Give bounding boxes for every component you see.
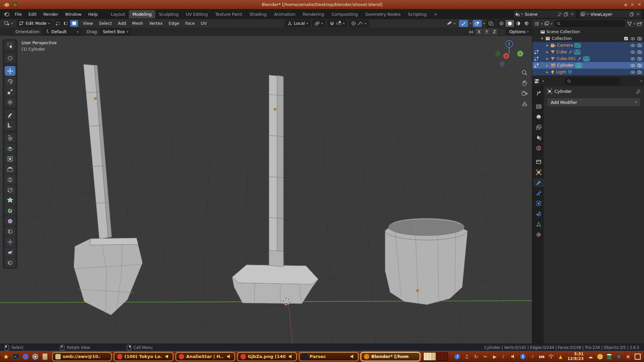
workspace-tab[interactable]: + — [430, 10, 441, 18]
tool-move[interactable] — [5, 66, 15, 76]
remove-viewlayer-icon[interactable]: ✕ — [636, 12, 640, 16]
filter-icon[interactable] — [627, 21, 632, 26]
viewport-menu[interactable]: Vertex — [146, 20, 166, 27]
outliner-row-cube[interactable]: ▶ Cube — [532, 49, 644, 55]
vertex-select-button[interactable] — [54, 20, 62, 27]
workspace-tab[interactable]: Texture Paint — [211, 10, 246, 18]
viewport-menu[interactable]: Mesh — [129, 20, 146, 27]
update-tray-icon[interactable]: ↻ — [473, 353, 479, 360]
tool-add-cube[interactable] — [5, 133, 15, 143]
mirror-axis-button[interactable]: Y — [483, 28, 490, 35]
xray-toggle[interactable] — [486, 20, 495, 27]
tool-poly-build[interactable] — [5, 195, 15, 205]
outliner-editor-icon[interactable] — [534, 21, 539, 26]
properties-search-input[interactable] — [565, 78, 620, 85]
pager-workspace-1[interactable] — [424, 353, 436, 360]
media-player-launcher-icon[interactable] — [31, 353, 39, 361]
tool-smooth[interactable] — [5, 216, 15, 226]
usb-tray-icon[interactable]: ⑂ — [529, 353, 536, 360]
pager-workspace-2[interactable] — [436, 353, 448, 360]
tool-bevel[interactable] — [5, 164, 15, 174]
tool-extrude-region[interactable] — [5, 143, 15, 153]
display-mode-icon[interactable] — [544, 21, 549, 26]
mode-dropdown[interactable]: Edit Mode ▾ — [17, 20, 53, 27]
media-play-tray-icon[interactable]: ▶ — [492, 353, 498, 360]
tool-scale[interactable] — [5, 87, 15, 97]
workspace-tab[interactable]: Scripting — [404, 10, 430, 18]
material-preview-button[interactable] — [514, 20, 522, 27]
tab-material[interactable] — [533, 230, 544, 239]
checkbox-checked-icon[interactable] — [624, 37, 628, 41]
outliner-row-collection[interactable]: ▼ Collection — [532, 35, 644, 42]
workspace-tab[interactable]: Shading — [246, 10, 270, 18]
disclosure-open-icon[interactable]: ▼ — [540, 37, 544, 40]
tab-object[interactable] — [533, 168, 544, 177]
blender-menu-icon[interactable] — [3, 11, 10, 17]
outliner-row-light[interactable]: ▶ Light — [532, 69, 644, 75]
light-data-badge-icon[interactable] — [568, 70, 573, 75]
snap-group[interactable]: ▾ — [327, 20, 347, 27]
mesh-data-badge-icon[interactable] — [574, 50, 581, 55]
toggle-ortho-icon[interactable] — [521, 101, 528, 107]
disable-render-camera-icon[interactable] — [637, 37, 642, 41]
tab-collection[interactable] — [533, 158, 544, 166]
disclosure-closed-icon[interactable]: ▶ — [546, 50, 549, 54]
viewport-3d[interactable]: User Perspective (1) Cylinder — [0, 36, 532, 344]
workspace-tab[interactable]: Geometry Nodes — [362, 10, 404, 18]
hide-eye-icon[interactable] — [630, 37, 635, 41]
zoom-icon[interactable] — [521, 69, 528, 76]
viewlayer-selector[interactable]: ▾ ViewLayer ✕ — [579, 10, 642, 18]
tab-scene[interactable] — [533, 133, 544, 142]
new-copy-icon[interactable] — [564, 12, 569, 16]
workspace-tab[interactable]: Sculpting — [155, 10, 182, 18]
tab-particles[interactable] — [533, 189, 544, 197]
tab-world[interactable] — [533, 144, 544, 153]
mesh-data-badge-icon[interactable] — [575, 63, 582, 68]
mirror-icon[interactable]: ⋈ — [469, 29, 473, 35]
disclosure-closed-icon[interactable]: ▶ — [546, 70, 549, 74]
modifier-wrench-icon[interactable] — [577, 57, 582, 61]
face-select-button[interactable] — [70, 20, 78, 27]
viewport-menu[interactable]: Add — [115, 20, 129, 27]
camera-view-icon[interactable] — [521, 90, 528, 97]
hide-eye-icon[interactable] — [630, 50, 635, 54]
titlebar-menu-icon[interactable]: ≡ — [631, 2, 634, 7]
taskbar-clock[interactable]: 5:31 12/8/23 — [568, 352, 584, 361]
titlebar-shade-icon[interactable]: ◈ — [624, 2, 627, 7]
viewport-menu[interactable]: Face — [182, 20, 198, 27]
solid-shading-button[interactable] — [505, 20, 514, 27]
pin-icon[interactable] — [636, 89, 641, 94]
outliner-row-camera[interactable]: ▶ Camera — [532, 42, 644, 49]
show-object-types-dropdown[interactable]: ▾ — [444, 20, 458, 27]
weather-tray-icon[interactable]: ☁ — [587, 353, 594, 360]
disclosure-closed-icon[interactable]: ▶ — [546, 57, 549, 60]
tool-inset-faces[interactable] — [5, 154, 15, 164]
chevron-down-icon[interactable]: ▾ — [542, 79, 544, 83]
titlebar-close-icon[interactable]: ✕ — [638, 2, 641, 7]
disable-render-camera-icon[interactable] — [637, 70, 642, 74]
show-gizmo-toggle[interactable] — [459, 20, 468, 27]
viewport-menu[interactable]: View — [80, 20, 96, 27]
tool-annotate[interactable] — [5, 110, 15, 120]
tool-measure[interactable] — [5, 120, 15, 130]
taskbar-window-button[interactable]: smb://awv@10.0.0... — [52, 352, 112, 361]
viewport-menu[interactable]: Select — [96, 20, 115, 27]
breadcrumb-object-name[interactable]: Cylinder — [554, 89, 572, 94]
tool-transform[interactable] — [5, 97, 15, 107]
tab-object-data[interactable] — [533, 220, 544, 229]
hide-eye-icon[interactable] — [630, 70, 635, 74]
edge-select-button[interactable] — [62, 20, 70, 27]
file-manager-launcher-icon[interactable] — [41, 353, 49, 361]
tool-rip-region[interactable] — [5, 258, 15, 267]
tool-edge-slide[interactable] — [5, 227, 15, 236]
mesh-data-badge-icon[interactable] — [583, 56, 590, 61]
camera-data-badge-icon[interactable] — [574, 43, 581, 48]
outliner-search-input[interactable] — [554, 20, 626, 27]
viewport-menu[interactable]: UV — [198, 20, 210, 27]
menubar-menu[interactable]: Render — [40, 10, 62, 18]
overlays-dropdown-chevron[interactable]: ▾ — [483, 22, 485, 25]
workspace-tab[interactable]: UV Editing — [182, 10, 211, 18]
show-overlays-toggle[interactable] — [473, 20, 482, 27]
hide-eye-icon[interactable] — [630, 57, 635, 61]
mirror-axis-button[interactable]: Z — [491, 28, 498, 35]
